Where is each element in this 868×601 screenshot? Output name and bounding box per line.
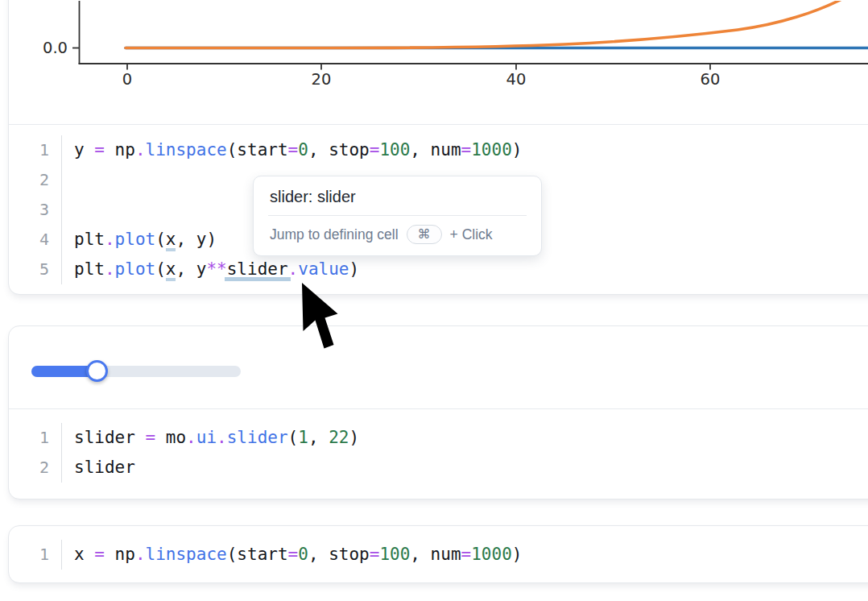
code-token: . xyxy=(186,428,196,447)
code-token: ** xyxy=(206,259,226,279)
code-line[interactable]: 1slider = mo.ui.slider(1, 22) xyxy=(9,423,868,453)
notebook-cell-x: 1x = np.linspace(start=0, stop=100, num=… xyxy=(8,525,868,583)
code-token: plot xyxy=(115,230,156,249)
code-token: y xyxy=(74,140,94,160)
code-editor-x-cell[interactable]: 1x = np.linspace(start=0, stop=100, num=… xyxy=(9,540,868,570)
code-token: 0 xyxy=(298,140,308,160)
code-token: x xyxy=(74,545,94,564)
code-token: ) xyxy=(512,545,523,564)
code-token: = xyxy=(288,545,299,564)
code-token: (start xyxy=(227,545,288,564)
code-token: linspace xyxy=(146,140,227,160)
reactive-variable-token: x xyxy=(166,259,176,281)
code-token: value xyxy=(298,259,349,279)
code-token: = xyxy=(370,545,380,564)
code-token: 22 xyxy=(329,428,349,447)
code-token: . xyxy=(105,259,115,279)
output-code-divider xyxy=(9,408,868,409)
mouse-cursor-icon xyxy=(302,283,341,352)
code-token: ) xyxy=(349,428,359,447)
matplotlib-plot-output: 0.0 0 20 40 60 xyxy=(9,1,868,124)
code-token: , y xyxy=(176,259,206,279)
code-token: = xyxy=(370,140,380,160)
code-token: , num xyxy=(410,545,461,564)
code-token: slider xyxy=(74,458,135,477)
code-token: 1000 xyxy=(471,140,512,160)
line-number: 2 xyxy=(9,453,62,483)
code-token: , xyxy=(308,428,329,447)
code-token: = xyxy=(94,545,105,564)
marimo-notebook: { "plot": { "type": "line", "x_tick_labe… xyxy=(0,0,868,601)
line-number: 1 xyxy=(9,423,62,453)
code-token: mo xyxy=(155,428,186,447)
code-token: . xyxy=(105,230,115,249)
code-token: . xyxy=(135,140,146,160)
x-tick-label-20: 20 xyxy=(312,70,332,89)
code-token: plt xyxy=(74,230,105,249)
code-line[interactable]: 1x = np.linspace(start=0, stop=100, num=… xyxy=(9,540,868,570)
slider-track[interactable] xyxy=(31,366,241,377)
code-token: ( xyxy=(288,428,299,447)
code-token: . xyxy=(217,428,227,447)
code-line[interactable]: 5plt.plot(x, y**slider.value) xyxy=(9,255,868,284)
code-token: . xyxy=(135,545,146,564)
code-token: = xyxy=(94,140,105,160)
code-token: ) xyxy=(349,259,359,279)
reactive-variable-token: slider xyxy=(225,259,291,281)
slider-thumb[interactable] xyxy=(86,360,108,382)
tooltip-title: slider: slider xyxy=(254,176,541,215)
code-token: 100 xyxy=(379,140,410,160)
code-token: . xyxy=(288,259,299,279)
line-number: 4 xyxy=(9,225,62,255)
code-token: = xyxy=(461,545,472,564)
command-key-icon: ⌘ xyxy=(407,225,442,244)
code-token: = xyxy=(461,140,472,160)
line-number: 5 xyxy=(9,255,62,284)
code-token: slider xyxy=(227,428,288,447)
line-number: 3 xyxy=(9,195,62,225)
line-number: 2 xyxy=(9,165,62,195)
x-tick-marks xyxy=(127,64,710,70)
y-tick-label: 0.0 xyxy=(43,39,68,57)
code-token: 1000 xyxy=(471,545,512,564)
code-token: 100 xyxy=(379,545,410,564)
code-token: , stop xyxy=(308,545,370,564)
code-token: ( xyxy=(155,230,166,249)
output-code-divider xyxy=(9,124,868,125)
x-tick-label-40: 40 xyxy=(506,70,527,89)
code-token: np xyxy=(105,140,135,160)
x-tick-label-0: 0 xyxy=(122,70,132,89)
variable-tooltip: slider: slider Jump to defining cell ⌘ +… xyxy=(253,176,542,256)
tooltip-action-suffix: + Click xyxy=(450,226,493,243)
tooltip-action-label: Jump to defining cell xyxy=(270,226,399,243)
code-token: , y) xyxy=(176,230,217,249)
code-token: ui xyxy=(196,428,217,447)
line-number: 1 xyxy=(9,135,62,165)
orange-series-line xyxy=(126,1,848,48)
code-token: , num xyxy=(410,140,461,160)
code-token: ( xyxy=(155,259,166,279)
code-token: 1 xyxy=(298,428,308,447)
code-token: (start xyxy=(227,140,288,160)
code-token: 0 xyxy=(298,545,308,564)
code-token: plot xyxy=(115,259,156,279)
code-token: np xyxy=(105,545,135,564)
x-tick-label-60: 60 xyxy=(701,70,721,89)
code-token: linspace xyxy=(146,545,227,564)
code-token: , stop xyxy=(308,140,370,160)
line-number: 1 xyxy=(9,540,62,570)
code-token: ) xyxy=(512,140,523,160)
code-token: plt xyxy=(74,259,105,279)
code-token: slider xyxy=(74,428,146,447)
notebook-cell-slider: 1slider = mo.ui.slider(1, 22)2slider xyxy=(8,325,868,499)
code-line[interactable]: 2slider xyxy=(9,453,868,483)
code-token: = xyxy=(288,140,299,160)
code-token: = xyxy=(146,428,156,447)
reactive-variable-token: x xyxy=(166,230,176,251)
code-line[interactable]: 1y = np.linspace(start=0, stop=100, num=… xyxy=(9,135,868,165)
code-editor-slider-cell[interactable]: 1slider = mo.ui.slider(1, 22)2slider xyxy=(9,423,868,483)
